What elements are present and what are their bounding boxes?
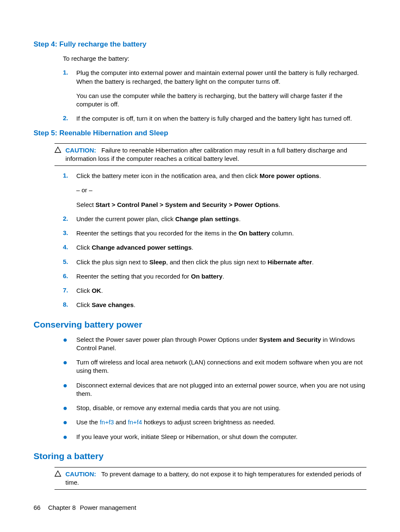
caution-icon (55, 146, 65, 163)
text: You can use the computer while the batte… (76, 92, 366, 109)
list-number: 2. (63, 114, 76, 123)
text: . (134, 301, 135, 308)
list-body: Reenter the settings that you recorded f… (76, 229, 366, 238)
list-item: 2. If the computer is off, turn it on wh… (63, 114, 366, 123)
text: Click (76, 301, 92, 308)
bold-text: Sleep (149, 258, 166, 266)
list-item: ● Disconnect external devices that are n… (63, 381, 366, 398)
text: . (192, 244, 193, 251)
storing-heading: Storing a battery (34, 451, 366, 461)
bold-text: Change plan settings (175, 215, 239, 222)
list-number: 1. (63, 172, 76, 209)
text: . (239, 215, 241, 222)
caution-label: CAUTION: (65, 147, 96, 154)
caution-body: CAUTION: Failure to reenable Hibernation… (65, 146, 366, 163)
bullet-icon: ● (63, 381, 76, 398)
text: Click the battery meter icon in the noti… (76, 172, 260, 179)
list-body: Under the current power plan, click Chan… (76, 215, 366, 223)
text: . (101, 287, 103, 294)
text: hotkeys to adjust screen brightness as n… (142, 418, 275, 426)
list-body: Click the plus sign next to Sleep, and t… (76, 258, 366, 266)
text: , and then click the plus sign next to (166, 258, 268, 266)
list-body: Click the battery meter icon in the noti… (76, 172, 366, 209)
bold-text: Hibernate after (268, 258, 312, 266)
step5-heading: Step 5: Reenable Hibernation and Sleep (34, 129, 366, 137)
list-body: Turn off wireless and local area network… (76, 358, 366, 375)
page-number: 66 (34, 504, 41, 511)
bold-text: More power options (260, 172, 319, 179)
bullet-icon: ● (63, 358, 76, 375)
list-item: ● Select the Power saver power plan thro… (63, 336, 366, 353)
list-body: Plug the computer into external power an… (76, 69, 366, 108)
bold-text: OK (92, 287, 101, 294)
text: Use the (76, 418, 100, 426)
list-body: Stop, disable, or remove any external me… (76, 404, 366, 412)
list-body: Select the Power saver power plan throug… (76, 336, 366, 353)
text: . (223, 273, 224, 280)
chapter-title: Power management (80, 504, 136, 511)
text: Click the plus sign next to (76, 258, 149, 266)
bullet-icon: ● (63, 404, 76, 412)
list-body: If you leave your work, initiate Sleep o… (76, 433, 366, 441)
list-body: Reenter the setting that you recorded fo… (76, 272, 366, 281)
list-item: ● Turn off wireless and local area netwo… (63, 358, 366, 375)
text: Reenter the setting that you recorded fo… (76, 273, 191, 280)
step4-list: 1. Plug the computer into external power… (63, 69, 366, 123)
list-number: 3. (63, 229, 76, 238)
text: . (278, 201, 280, 208)
caution-box: CAUTION: To prevent damage to a battery,… (55, 467, 366, 490)
text: Reenter the settings that you recorded f… (76, 230, 239, 237)
conserving-heading: Conserving battery power (34, 320, 366, 330)
list-item: 8. Click Save changes. (63, 301, 366, 309)
text: Plug the computer into external power an… (76, 69, 359, 85)
text: To prevent damage to a battery, do not e… (65, 470, 361, 486)
text: Under the current power plan, click (76, 215, 175, 222)
list-body: Disconnect external devices that are not… (76, 381, 366, 398)
page-footer: 66Chapter 8Power management (34, 504, 136, 511)
list-number: 4. (63, 243, 76, 252)
list-body: Click Save changes. (76, 301, 366, 309)
bullet-icon: ● (63, 336, 76, 353)
list-number: 1. (63, 69, 76, 108)
caution-body: CAUTION: To prevent damage to a battery,… (65, 470, 366, 487)
text: and (114, 418, 128, 426)
chapter-label: Chapter 8 (48, 504, 76, 511)
caution-box: CAUTION: Failure to reenable Hibernation… (55, 143, 366, 166)
hotkey-link[interactable]: fn+f4 (128, 418, 142, 426)
list-item: 3. Reenter the settings that you recorde… (63, 229, 366, 238)
text: Failure to reenable Hibernation after ca… (65, 147, 347, 162)
step4-heading: Step 4: Fully recharge the battery (34, 40, 366, 49)
list-item: 2. Under the current power plan, click C… (63, 215, 366, 223)
list-number: 6. (63, 272, 76, 281)
bold-text: On battery (191, 273, 223, 280)
list-number: 8. (63, 301, 76, 309)
hotkey-link[interactable]: fn+f3 (100, 418, 114, 426)
text: Select Start > Control Panel > System an… (76, 201, 366, 209)
text: – or – (76, 186, 366, 194)
caution-label: CAUTION: (65, 470, 96, 478)
step4-intro: To recharge the battery: (63, 54, 366, 63)
list-number: 5. (63, 258, 76, 266)
list-item: 1. Click the battery meter icon in the n… (63, 172, 366, 209)
text: Select the Power saver power plan throug… (76, 336, 259, 343)
caution-icon (55, 470, 65, 487)
text: . (312, 258, 314, 266)
list-item: 1. Plug the computer into external power… (63, 69, 366, 108)
bold-text: Change advanced power settings (92, 244, 192, 251)
list-item: ● If you leave your work, initiate Sleep… (63, 433, 366, 441)
list-body: If the computer is off, turn it on when … (76, 114, 366, 123)
list-item: 5. Click the plus sign next to Sleep, an… (63, 258, 366, 266)
list-item: 6. Reenter the setting that you recorded… (63, 272, 366, 281)
list-number: 2. (63, 215, 76, 223)
text: Click (76, 244, 92, 251)
bullet-icon: ● (63, 433, 76, 441)
document-page: Step 4: Fully recharge the battery To re… (0, 0, 400, 532)
list-number: 7. (63, 287, 76, 295)
bold-text: On battery (239, 230, 270, 237)
list-item: ● Stop, disable, or remove any external … (63, 404, 366, 412)
list-body: Use the fn+f3 and fn+f4 hotkeys to adjus… (76, 418, 366, 426)
step5-list: 1. Click the battery meter icon in the n… (63, 172, 366, 310)
list-item: 4. Click Change advanced power settings. (63, 243, 366, 252)
bullet-icon: ● (63, 418, 76, 426)
list-body: Click OK. (76, 287, 366, 295)
